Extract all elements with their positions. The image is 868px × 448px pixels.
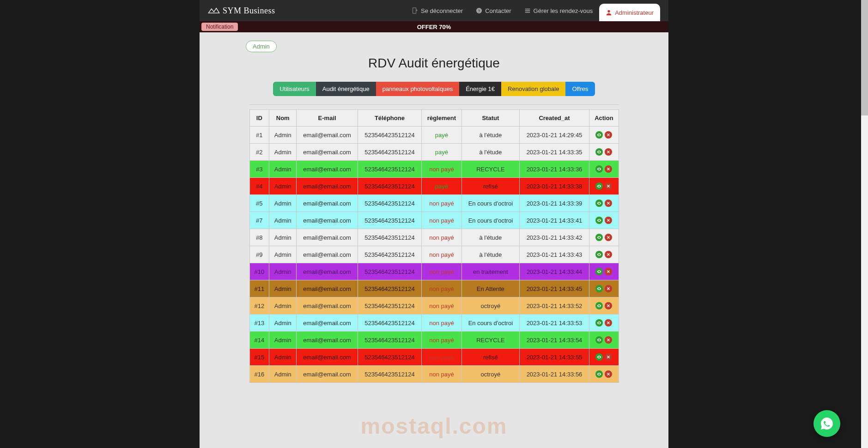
delete-button[interactable] [605,285,612,292]
cell-name: Admin [269,212,297,229]
cell-email: email@email.com [297,161,358,178]
delete-button[interactable] [605,182,612,190]
scrollbar-track[interactable] [861,0,868,448]
view-button[interactable] [595,268,603,275]
delete-button[interactable] [605,217,612,224]
cell-id: #3 [249,161,269,178]
view-button[interactable] [595,370,603,378]
view-button[interactable] [595,131,603,139]
whatsapp-icon [819,416,834,431]
cell-action [589,212,619,229]
cell-phone: 523546423512124 [358,229,421,246]
cell-action [589,161,619,178]
cell-id: #16 [249,366,269,383]
cell-status: à l'étude [461,144,519,161]
cell-created: 2023-01-21 14:33:41 [519,212,589,229]
cell-action [589,178,619,195]
table-row: #5Adminemail@email.com523546423512124non… [249,195,619,212]
delete-button[interactable] [605,200,612,207]
notification-bar: Notification OFFER 70% [200,21,668,32]
whatsapp-fab[interactable] [813,410,840,437]
cell-name: Admin [269,178,297,195]
cell-payment: payé [421,127,461,144]
cell-payment: payé [421,144,461,161]
cell-phone: 523546423512124 [358,178,421,195]
cell-name: Admin [269,332,297,349]
cell-action [589,315,619,332]
cell-created: 2023-01-21 14:33:36 [519,161,589,178]
table-row: #12Adminemail@email.com523546423512124no… [249,297,619,315]
delete-button[interactable] [605,234,612,241]
cell-action [589,195,619,212]
cell-id: #1 [249,127,269,144]
tab-offers[interactable]: Offres [565,82,595,96]
view-button[interactable] [595,148,603,156]
cell-phone: 523546423512124 [358,315,421,332]
cell-action [589,246,619,263]
delete-button[interactable] [605,319,612,327]
cell-payment: payé [421,178,461,195]
nav-manage-rdv[interactable]: Gérer les rendez-vous [518,0,600,21]
view-button[interactable] [595,285,603,292]
delete-button[interactable] [605,251,612,258]
cell-phone: 523546423512124 [358,127,421,144]
view-button[interactable] [595,353,603,361]
delete-button[interactable] [605,165,612,173]
delete-button[interactable] [605,353,612,361]
table-row: #15Adminemail@email.com523546423512124no… [249,349,619,366]
cell-payment: non payé [421,195,461,212]
rdv-table: ID Nom E-mail Téléphone règlement Statut… [249,109,619,383]
cell-status: à l'étude [461,127,519,144]
cell-email: email@email.com [297,178,358,195]
cell-phone: 523546423512124 [358,366,421,383]
cell-status: octroyé [461,297,519,315]
cell-status: En cours d'octroi [461,195,519,212]
delete-button[interactable] [605,131,612,139]
svg-point-2 [608,10,610,12]
delete-button[interactable] [605,336,612,344]
question-icon: ? [476,7,482,14]
door-icon [412,7,418,14]
view-button[interactable] [595,251,603,258]
scrollbar-thumb[interactable] [861,0,868,115]
brand-logo-icon [208,7,220,14]
delete-button[interactable] [605,302,612,309]
cell-created: 2023-01-21 14:33:45 [519,280,589,297]
cell-phone: 523546423512124 [358,246,421,263]
cell-payment: non payé [421,263,461,280]
admin-pill[interactable]: Admin [246,41,277,52]
view-button[interactable] [595,234,603,241]
view-button[interactable] [595,200,603,207]
cell-status: à l'étude [461,246,519,263]
cell-payment: non payé [421,332,461,349]
cell-status: En cours d'octroi [461,212,519,229]
cell-created: 2023-01-21 14:29:45 [519,127,589,144]
view-button[interactable] [595,336,603,344]
user-icon [606,9,612,16]
cell-status: En Attente [461,280,519,297]
view-button[interactable] [595,217,603,224]
tab-reno[interactable]: Renovation globale [501,82,565,96]
view-button[interactable] [595,319,603,327]
view-button[interactable] [595,182,603,190]
th-status: Statut [461,110,519,127]
cell-email: email@email.com [297,263,358,280]
tab-solar[interactable]: panneaux photovoltaïques [376,82,460,96]
tab-users[interactable]: Utilisateurs [273,82,316,96]
cell-created: 2023-01-21 14:33:42 [519,229,589,246]
cell-phone: 523546423512124 [358,349,421,366]
tab-energy[interactable]: Énergie 1€ [459,82,501,96]
table-row: #2Adminemail@email.com523546423512124pay… [249,144,619,161]
view-button[interactable] [595,302,603,309]
nav-contact[interactable]: ? Contacter [469,0,517,21]
cell-phone: 523546423512124 [358,280,421,297]
cell-created: 2023-01-21 14:33:39 [519,195,589,212]
delete-button[interactable] [605,148,612,156]
delete-button[interactable] [605,268,612,275]
table-row: #8Adminemail@email.com523546423512124non… [249,229,619,246]
view-button[interactable] [595,165,603,173]
tab-audit[interactable]: Audit énergétique [316,82,376,96]
nav-logout[interactable]: Se déconnecter [405,0,469,21]
delete-button[interactable] [605,370,612,378]
nav-admin[interactable]: Administrateur [599,4,660,21]
